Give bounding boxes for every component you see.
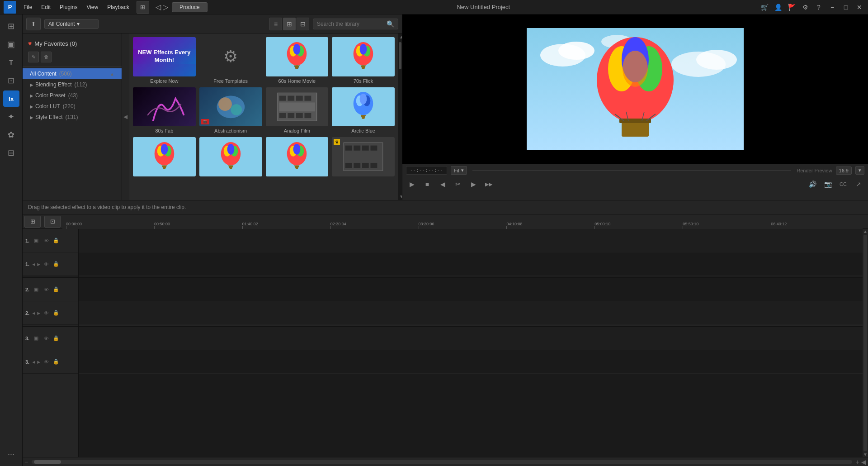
grid-item-80s-fab[interactable]: 80s Fab: [133, 87, 196, 134]
help-icon[interactable]: ?: [814, 2, 824, 12]
grid-item-analog-film[interactable]: Analog Film: [266, 87, 329, 134]
grid-item-explore-now[interactable]: NEW Effects Every Month! Explore Now: [133, 37, 196, 84]
import-button[interactable]: ⬆: [26, 18, 41, 30]
track-2-audio-visibility[interactable]: 👁: [42, 309, 50, 317]
snapshot-icon[interactable]: 📷: [822, 178, 834, 190]
sidebar-icon-more[interactable]: ···: [3, 446, 19, 462]
track-2-audio-lock[interactable]: 🔒: [52, 309, 60, 317]
track-2-video-visibility[interactable]: 👁: [42, 285, 50, 294]
grid-item-row3-3[interactable]: [266, 137, 329, 178]
sidebar-toggle-icon[interactable]: ⊞: [137, 1, 149, 14]
fav-delete-icon[interactable]: 🗑: [41, 52, 52, 62]
track-1-video-visibility[interactable]: 👁: [42, 237, 50, 245]
category-all-content[interactable]: All Content (506) ▲: [23, 68, 122, 79]
tracks-area: 1. ▣ 👁 🔒 1. ◄► 👁 🔒: [23, 229, 868, 457]
category-color-lut[interactable]: ▶ Color LUT (220): [23, 101, 122, 112]
menu-view[interactable]: View: [82, 3, 103, 11]
balloon-svg-r3-3: [272, 141, 322, 172]
volume-icon[interactable]: 🔊: [807, 178, 818, 190]
grid-item-row3-2[interactable]: [199, 137, 262, 178]
fit-timeline-icon[interactable]: ◀: [861, 458, 866, 466]
maximize-icon[interactable]: □: [841, 2, 851, 12]
split-button[interactable]: ✂: [452, 178, 464, 190]
snap-button[interactable]: ⊞: [24, 216, 41, 228]
track-2-video-lock[interactable]: 🔒: [52, 285, 60, 294]
fast-forward-button[interactable]: ▶▶: [483, 178, 495, 190]
grid-item-arctic-blue[interactable]: Arctic Blue: [332, 87, 395, 134]
track-3-audio-lock[interactable]: 🔒: [52, 358, 60, 366]
minimize-icon[interactable]: −: [827, 2, 837, 12]
menu-playback[interactable]: Playback: [103, 3, 134, 11]
menu-edit[interactable]: Edit: [37, 3, 55, 11]
category-style-effect[interactable]: ▶ Style Effect (131): [23, 112, 122, 123]
horizontal-scroll-thumb[interactable]: [34, 460, 61, 464]
next-frame-button[interactable]: ▶: [467, 178, 479, 190]
close-icon[interactable]: ✕: [854, 2, 864, 12]
list-view-button[interactable]: ≡: [269, 18, 282, 30]
cart-icon[interactable]: 🛒: [760, 2, 769, 12]
favorites-item[interactable]: ♥ My Favorites (0): [23, 37, 122, 50]
produce-button[interactable]: Produce: [172, 2, 208, 12]
export-icon[interactable]: ↗: [853, 178, 864, 190]
fit-select[interactable]: Fit ▾: [451, 166, 467, 175]
track-3-audio-visibility[interactable]: 👁: [42, 358, 50, 366]
collapse-handle[interactable]: ◀: [122, 33, 129, 200]
track-1-video-lock[interactable]: 🔒: [52, 237, 60, 245]
flag-icon[interactable]: 🚩: [787, 2, 797, 12]
left-sidebar: ⊞ ▣ T ⊡ fx ✦ ✿ ⊟ ···: [0, 14, 23, 466]
sidebar-icon-motion[interactable]: ✦: [3, 109, 19, 125]
undo-button[interactable]: ◁: [156, 3, 161, 11]
zoom-in-icon[interactable]: +: [856, 458, 859, 466]
track-3-video-visibility[interactable]: 👁: [42, 334, 50, 342]
grid-item-abstractionism[interactable]: 🎬 Abstractionism: [199, 87, 262, 134]
detail-view-button[interactable]: ⊟: [297, 18, 309, 30]
track-1-audio-lock[interactable]: 🔒: [52, 260, 60, 268]
zoom-out-icon[interactable]: −: [24, 458, 28, 466]
horizontal-scroll-track[interactable]: [32, 460, 852, 464]
sidebar-icon-sparkle[interactable]: ✿: [3, 127, 19, 143]
grid-label-abstractionism: Abstractionism: [214, 128, 247, 133]
caption-icon[interactable]: CC: [837, 178, 849, 190]
timeline-scroll-up[interactable]: ▲: [863, 229, 868, 234]
grid-item-row3-4[interactable]: ♛: [332, 137, 395, 178]
stop-button[interactable]: ■: [421, 178, 433, 190]
grid-item-row3-1[interactable]: [133, 137, 196, 178]
track-3-video-lock[interactable]: 🔒: [52, 334, 60, 342]
snap2-button[interactable]: ⊡: [44, 216, 61, 228]
sidebar-icon-transition[interactable]: ⊡: [3, 72, 19, 89]
content-select-dropdown[interactable]: All Content ▾: [44, 19, 99, 29]
scroll-thumb[interactable]: [399, 42, 401, 69]
grid-view-button[interactable]: ⊞: [283, 18, 296, 30]
category-color-preset[interactable]: ▶ Color Preset (43): [23, 90, 122, 101]
grid-item-free-templates[interactable]: ⚙ Free Templates: [199, 37, 262, 84]
fav-edit-icon[interactable]: ✎: [28, 52, 39, 62]
library-scrollbar[interactable]: ▲ ▼: [398, 33, 402, 200]
search-input[interactable]: [317, 21, 385, 27]
grid-item-60s-home[interactable]: 60s Home Movie: [266, 37, 329, 84]
play-button[interactable]: ▶: [406, 178, 418, 190]
scroll-up-arrow[interactable]: ▲: [398, 33, 402, 40]
grid-item-70s-flick[interactable]: 70s Flick: [332, 37, 395, 84]
settings-icon[interactable]: ⚙: [800, 2, 810, 12]
timeline-scroll-track[interactable]: [863, 235, 867, 451]
sidebar-icon-subtitles[interactable]: ⊟: [3, 145, 19, 161]
render-preview-button[interactable]: Render Preview: [797, 168, 832, 173]
menu-file[interactable]: File: [19, 3, 37, 11]
redo-button[interactable]: ▷: [163, 3, 168, 11]
menu-plugins[interactable]: Plugins: [55, 3, 82, 11]
style-effect-label: Style Effect: [35, 114, 62, 120]
user-icon[interactable]: 👤: [773, 2, 783, 12]
fav-actions: ✎ 🗑: [23, 50, 122, 64]
sidebar-icon-media[interactable]: ⊞: [3, 18, 19, 34]
svg-marker-47: [294, 166, 300, 169]
track-1-audio-visibility[interactable]: 👁: [42, 260, 50, 268]
scroll-down-arrow[interactable]: ▼: [398, 193, 402, 200]
sidebar-icon-video[interactable]: ▣: [3, 36, 19, 52]
preview-progress-bar: [472, 170, 791, 171]
sidebar-icon-title[interactable]: T: [3, 54, 19, 71]
category-blending-effect[interactable]: ▶ Blending Effect (112): [23, 79, 122, 90]
prev-frame-button[interactable]: ◀: [437, 178, 448, 190]
timeline-scroll-down[interactable]: ▼: [863, 452, 868, 457]
aspect-ratio-arrow[interactable]: ▾: [855, 166, 864, 175]
sidebar-icon-fx[interactable]: fx: [3, 90, 19, 107]
